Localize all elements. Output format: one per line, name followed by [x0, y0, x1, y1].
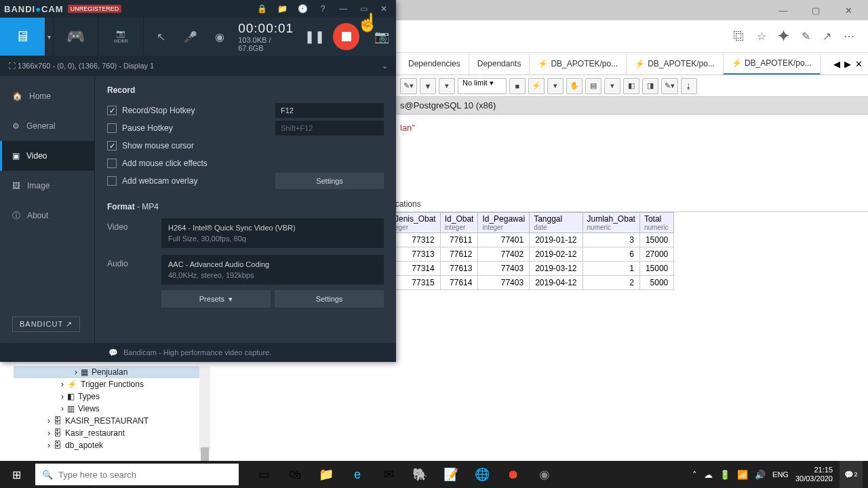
onedrive-icon[interactable]: ☁ — [704, 470, 713, 480]
sidebar-item-video[interactable]: ▣Video — [0, 141, 94, 171]
capture-info-bar[interactable]: ⛶ 1366x760 - (0, 0), (1366, 760) - Displ… — [0, 56, 396, 76]
favorite-icon[interactable]: ☆ — [757, 30, 766, 43]
lock-icon[interactable]: 🔒 — [254, 4, 270, 14]
object-tree[interactable]: ›▦Penjualan›⚡Trigger Functions›◧Types›▥V… — [14, 366, 210, 451]
notes-icon[interactable]: ✎ — [802, 30, 810, 43]
reader-icon[interactable]: ⿻ — [734, 30, 745, 43]
tree-item[interactable]: ›🗄db_apotek — [14, 439, 210, 451]
search-box[interactable]: 🔍 Type here to search — [35, 464, 239, 485]
share-icon[interactable]: ↗ — [823, 30, 831, 43]
webcam-icon[interactable]: ◉ — [209, 26, 230, 47]
close-button[interactable]: ✕ — [838, 3, 859, 17]
col-header[interactable]: Jenis_Obateger — [391, 213, 441, 233]
sidebar-item-home[interactable]: 🏠Home — [0, 81, 94, 111]
store-icon[interactable]: 🛍 — [279, 461, 311, 488]
clear-button[interactable]: ✎▾ — [661, 78, 678, 94]
volume-icon[interactable]: 🔊 — [755, 470, 766, 480]
mode-game-button[interactable]: 🎮 — [54, 18, 99, 56]
pgadmin-icon[interactable]: 🐘 — [404, 461, 435, 488]
battery-icon[interactable]: 🔋 — [719, 470, 730, 480]
explain2-button[interactable]: ▤ — [585, 78, 601, 94]
hotkey-value[interactable]: F12 — [275, 103, 384, 118]
tab-next-icon[interactable]: ▶ — [844, 59, 851, 69]
filter-drop-button[interactable]: ▾ — [439, 78, 455, 94]
table-row[interactable]: 7731577614774032019-04-1225000 — [391, 276, 674, 290]
mode-device-button[interactable]: 📷HDMI — [98, 18, 144, 56]
explain-drop-button[interactable]: ▾ — [604, 78, 620, 94]
commit-button[interactable]: ◧ — [623, 78, 639, 94]
checkbox[interactable] — [107, 106, 117, 115]
presets-button[interactable]: Presets ▾ — [161, 290, 271, 308]
checkbox[interactable] — [107, 141, 117, 150]
tab-dbapotek-3[interactable]: ⚡DB_APOTEK/po... — [724, 53, 821, 75]
bandicam-task-icon[interactable]: ⏺ — [498, 461, 529, 488]
tab-close-icon[interactable]: ✕ — [855, 59, 863, 69]
explorer-icon[interactable]: 📁 — [311, 461, 342, 488]
tree-item[interactable]: ›▦Penjualan — [14, 366, 210, 378]
help-icon[interactable]: ? — [315, 4, 331, 14]
filter-button[interactable]: ▼ — [420, 78, 436, 94]
maximize-button[interactable]: ▢ — [806, 3, 826, 17]
system-tray[interactable]: ˄ ☁ 🔋 📶 🔊 ENG 21:1530/03/2020 💬2 — [692, 461, 868, 488]
mode-screen-button[interactable]: 🖥 — [0, 18, 45, 56]
explain-button[interactable]: ✋ — [566, 78, 583, 94]
record-stop-button[interactable] — [333, 23, 359, 50]
rollback-button[interactable]: ◨ — [642, 78, 658, 94]
col-header[interactable]: Tanggaldate — [530, 213, 583, 233]
tab-dbapotek-2[interactable]: ⚡DB_APOTEK/po... — [627, 53, 724, 75]
mail-icon[interactable]: ✉ — [373, 461, 404, 488]
chevron-down-icon[interactable]: ⌄ — [382, 62, 388, 70]
tree-scrollbar[interactable] — [199, 366, 210, 451]
format-settings-button[interactable]: Settings — [275, 290, 384, 308]
minimize-icon[interactable]: — — [335, 4, 351, 14]
taskview-icon[interactable]: ▭ — [248, 461, 279, 488]
clock[interactable]: 21:1530/03/2020 — [795, 466, 833, 483]
execute-button[interactable]: ⚡ — [528, 78, 545, 94]
pause-button[interactable]: ❚❚ — [304, 29, 325, 44]
table-row[interactable]: 7731477613774032019-03-12115000 — [391, 262, 674, 276]
checkbox[interactable] — [107, 123, 117, 133]
checkbox[interactable] — [107, 176, 117, 186]
bandicut-button[interactable]: BANDICUT ↗ — [12, 317, 80, 332]
mode-screen-drop[interactable]: ▾ — [45, 18, 54, 56]
table-row[interactable]: 7731277611774012019-01-12315000 — [391, 233, 674, 247]
col-header[interactable]: Jumlah_Obatnumeric — [583, 213, 639, 233]
chrome-icon[interactable]: 🌐 — [467, 461, 498, 488]
table-row[interactable]: 7731377612774022019-02-12627000 — [391, 247, 674, 262]
video-format-box[interactable]: H264 - Intel® Quick Sync Video (VBR)Full… — [161, 218, 384, 248]
sidebar-item-about[interactable]: ⓘAbout — [0, 201, 94, 230]
tree-item[interactable]: ›◧Types — [14, 390, 210, 403]
cursor-capture-icon[interactable]: ↖ — [151, 26, 172, 47]
start-button[interactable]: ⊞ — [0, 461, 33, 488]
tree-item[interactable]: ›⚡Trigger Functions — [14, 378, 210, 390]
action-center-icon[interactable]: 💬2 — [840, 461, 863, 488]
language-indicator[interactable]: ENG — [772, 470, 789, 479]
app-icon[interactable]: ◉ — [529, 461, 560, 488]
edit-button[interactable]: ✎▾ — [400, 78, 417, 94]
mic-icon[interactable]: 🎤 — [180, 26, 201, 47]
audio-format-box[interactable]: AAC - Advanced Audio Coding48,0KHz, ster… — [161, 255, 384, 285]
tab-dbapotek-1[interactable]: ⚡DB_APOTEK/po... — [530, 53, 627, 75]
limit-select[interactable]: No limit ▾ — [458, 78, 507, 94]
col-header[interactable]: Totalnumeric — [639, 213, 673, 233]
hotkey-value[interactable]: Shift+F12 — [275, 121, 384, 136]
sidebar-item-image[interactable]: 🖼Image — [0, 171, 94, 201]
sidebar-item-general[interactable]: ⚙General — [0, 111, 94, 141]
stop-button[interactable]: ■ — [509, 78, 526, 94]
more-icon[interactable]: ⋯ — [844, 30, 854, 43]
tree-item[interactable]: ›🗄Kasir_restaurant — [14, 427, 210, 439]
tab-prev-icon[interactable]: ◀ — [833, 59, 840, 69]
checkbox[interactable] — [107, 159, 117, 168]
wifi-icon[interactable]: 📶 — [737, 470, 748, 480]
notepad-icon[interactable]: 📝 — [435, 461, 467, 488]
collections-icon[interactable]: ⯌ — [778, 30, 789, 43]
edge-icon[interactable]: e — [342, 461, 373, 488]
folder-icon[interactable]: 📁 — [274, 4, 290, 14]
tab-dependants[interactable]: Dependants — [469, 53, 530, 75]
download-button[interactable]: ⭳ — [681, 78, 697, 94]
execute-drop-button[interactable]: ▾ — [547, 78, 564, 94]
bandicam-titlebar[interactable]: BANDI●CAM UNREGISTERED 🔒 📁 🕘 ? — ▭ ✕ — [0, 0, 396, 18]
minimize-button[interactable]: — — [773, 3, 793, 17]
col-header[interactable]: Id_Obatinteger — [440, 213, 478, 233]
history-icon[interactable]: 🕘 — [294, 4, 311, 14]
